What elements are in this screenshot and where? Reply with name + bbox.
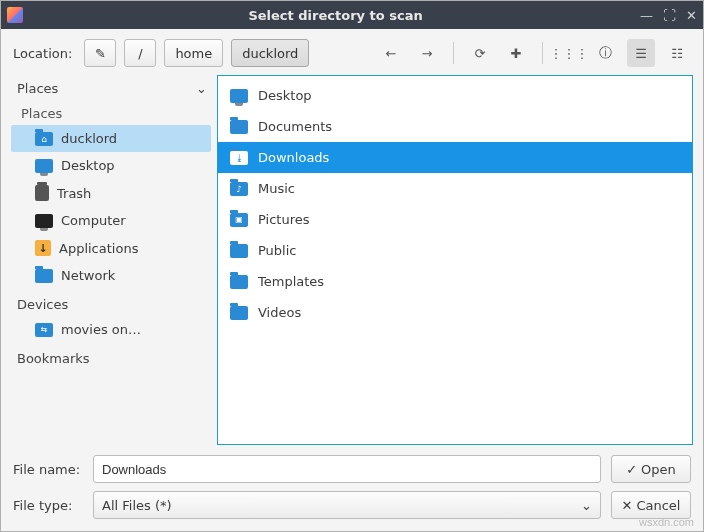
plus-icon: ✚ — [511, 46, 522, 61]
view-detail-button[interactable]: ☷ — [663, 39, 691, 67]
network-drive-icon — [35, 323, 53, 337]
filename-input[interactable] — [93, 455, 601, 483]
pictures-folder-icon — [230, 213, 248, 227]
file-item-downloads[interactable]: Downloads — [218, 142, 692, 173]
places-sidebar: Places ⌄ Places ducklord Desktop Trash C… — [11, 75, 211, 445]
window-title: Select directory to scan — [31, 8, 640, 23]
file-item-label: Templates — [258, 274, 324, 289]
toolbar: Location: ✎ / home ducklord ← → ⟳ ✚ ⋮⋮⋮ … — [1, 29, 703, 75]
sidebar-item-applications[interactable]: ↓ Applications — [11, 234, 211, 262]
titlebar: Select directory to scan — ⛶ ✕ — [1, 1, 703, 29]
watermark: wsxdn.com — [639, 516, 694, 528]
sidebar-item-label: Trash — [57, 186, 91, 201]
path-edit-button[interactable]: ✎ — [84, 39, 116, 67]
minimize-icon[interactable]: — — [640, 8, 653, 23]
file-list[interactable]: Desktop Documents Downloads Music Pictur… — [217, 75, 693, 445]
cancel-button[interactable]: ✕ Cancel — [611, 491, 691, 519]
music-folder-icon — [230, 182, 248, 196]
downloads-folder-icon — [230, 151, 248, 165]
trash-icon — [35, 185, 49, 201]
grid-icon: ⋮⋮⋮ — [550, 46, 589, 61]
path-seg-home[interactable]: home — [164, 39, 223, 67]
file-item-desktop[interactable]: Desktop — [218, 80, 692, 111]
sidebar-header-bookmarks: Bookmarks — [11, 343, 211, 370]
detail-list-icon: ☷ — [671, 46, 683, 61]
desktop-icon — [35, 159, 53, 173]
nav-forward-button[interactable]: → — [413, 39, 441, 67]
file-item-label: Downloads — [258, 150, 329, 165]
x-icon: ✕ — [622, 498, 633, 513]
sidebar-item-label: Desktop — [61, 158, 115, 173]
path-root[interactable]: / — [124, 39, 156, 67]
sidebar-item-label: Computer — [61, 213, 126, 228]
folder-icon — [230, 244, 248, 258]
reload-button[interactable]: ⟳ — [466, 39, 494, 67]
sidebar-subheader-places: Places — [11, 100, 211, 125]
sidebar-item-network[interactable]: Network — [11, 262, 211, 289]
file-item-label: Music — [258, 181, 295, 196]
home-folder-icon — [35, 132, 53, 146]
sidebar-item-device[interactable]: movies on… — [11, 316, 211, 343]
view-list-button[interactable]: ☰ — [627, 39, 655, 67]
info-icon: ⓘ — [599, 44, 612, 62]
open-button[interactable]: ✓ Open — [611, 455, 691, 483]
applications-icon: ↓ — [35, 240, 51, 256]
file-item-label: Pictures — [258, 212, 309, 227]
chevron-down-icon: ⌄ — [196, 81, 207, 96]
reload-icon: ⟳ — [475, 46, 486, 61]
arrow-right-icon: → — [422, 46, 433, 61]
info-button[interactable]: ⓘ — [591, 39, 619, 67]
dialog-body: Places ⌄ Places ducklord Desktop Trash C… — [1, 75, 703, 449]
file-item-label: Videos — [258, 305, 301, 320]
new-folder-button[interactable]: ✚ — [502, 39, 530, 67]
folder-icon — [230, 306, 248, 320]
file-item-music[interactable]: Music — [218, 173, 692, 204]
file-item-pictures[interactable]: Pictures — [218, 204, 692, 235]
sidebar-item-computer[interactable]: Computer — [11, 207, 211, 234]
sidebar-item-label: Applications — [59, 241, 138, 256]
pencil-icon: ✎ — [95, 46, 106, 61]
file-item-templates[interactable]: Templates — [218, 266, 692, 297]
computer-icon — [35, 214, 53, 228]
sidebar-item-label: movies on… — [61, 322, 141, 337]
folder-icon — [230, 120, 248, 134]
location-label: Location: — [13, 46, 72, 61]
filetype-select[interactable]: All Files (*) ⌄ — [93, 491, 601, 519]
file-item-label: Documents — [258, 119, 332, 134]
arrow-left-icon: ← — [386, 46, 397, 61]
sidebar-header-places[interactable]: Places ⌄ — [11, 75, 211, 100]
file-item-documents[interactable]: Documents — [218, 111, 692, 142]
file-item-label: Public — [258, 243, 296, 258]
app-icon — [7, 7, 23, 23]
file-item-public[interactable]: Public — [218, 235, 692, 266]
filetype-label: File type: — [13, 498, 83, 513]
sidebar-item-label: Network — [61, 268, 115, 283]
check-icon: ✓ — [626, 462, 637, 477]
sidebar-item-label: ducklord — [61, 131, 117, 146]
sidebar-item-desktop[interactable]: Desktop — [11, 152, 211, 179]
path-seg-current[interactable]: ducklord — [231, 39, 309, 67]
sidebar-item-home[interactable]: ducklord — [11, 125, 211, 152]
filename-label: File name: — [13, 462, 83, 477]
file-item-label: Desktop — [258, 88, 312, 103]
list-icon: ☰ — [635, 46, 647, 61]
sidebar-item-trash[interactable]: Trash — [11, 179, 211, 207]
folder-icon — [230, 275, 248, 289]
chevron-down-icon: ⌄ — [581, 498, 592, 513]
network-folder-icon — [35, 269, 53, 283]
dialog-footer: File name: ✓ Open File type: All Files (… — [1, 449, 703, 531]
nav-back-button[interactable]: ← — [377, 39, 405, 67]
maximize-icon[interactable]: ⛶ — [663, 8, 676, 23]
close-icon[interactable]: ✕ — [686, 8, 697, 23]
desktop-icon — [230, 89, 248, 103]
file-item-videos[interactable]: Videos — [218, 297, 692, 328]
dialog-window: Select directory to scan — ⛶ ✕ Location:… — [0, 0, 704, 532]
view-grid-button[interactable]: ⋮⋮⋮ — [555, 39, 583, 67]
sidebar-header-devices: Devices — [11, 289, 211, 316]
